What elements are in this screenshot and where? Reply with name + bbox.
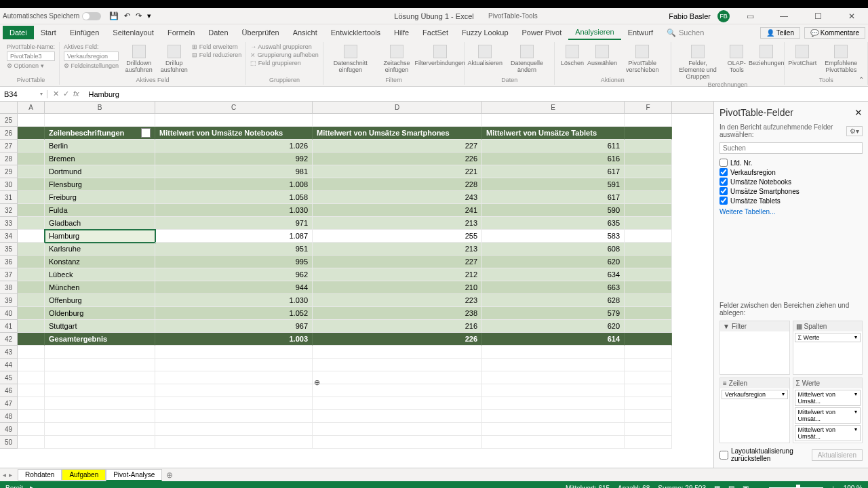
cell[interactable]	[313, 436, 482, 449]
cell[interactable]	[625, 243, 672, 256]
pivot-row-label[interactable]: Fulda	[45, 204, 155, 217]
row-header[interactable]: 45	[0, 371, 18, 384]
field-checkbox[interactable]	[719, 197, 728, 205]
pivot-value[interactable]: 591	[482, 178, 625, 191]
zone-item[interactable]: Σ Werte▾	[795, 333, 861, 342]
cell[interactable]	[45, 436, 155, 449]
fields-items-button[interactable]: Felder, Elemente und Gruppen	[675, 43, 721, 81]
pivot-value[interactable]: 213	[313, 217, 482, 230]
row-header[interactable]: 49	[0, 423, 18, 436]
field-checkbox[interactable]	[719, 187, 728, 195]
cell[interactable]	[18, 436, 45, 449]
tab-file[interactable]: Datei	[3, 26, 34, 39]
row-header[interactable]: 44	[0, 359, 18, 371]
pivot-row-label[interactable]: Stuttgart	[45, 320, 155, 333]
name-box[interactable]: B34▾	[0, 90, 47, 98]
cell[interactable]	[45, 371, 155, 384]
cell[interactable]	[18, 410, 45, 423]
pivot-value[interactable]: 227	[313, 140, 482, 152]
col-header-f[interactable]: F	[625, 102, 672, 113]
sheet-tab-pivot-analyse[interactable]: Pivot-Analyse	[106, 469, 162, 481]
pivot-value[interactable]: 255	[313, 230, 482, 243]
zoom-level[interactable]: 100 %	[844, 485, 863, 489]
tab-seitenlayout[interactable]: Seitenlayout	[106, 26, 161, 39]
cell[interactable]	[625, 410, 672, 423]
sheet-tab-aufgaben[interactable]: Aufgaben	[62, 469, 106, 481]
pivot-value[interactable]: 962	[155, 268, 313, 281]
qat-more-icon[interactable]: ▾	[147, 12, 151, 20]
pivot-value[interactable]: 663	[482, 281, 625, 294]
zone-item[interactable]: Mittelwert von Umsät...▾	[795, 390, 861, 406]
row-header[interactable]: 38	[0, 281, 18, 294]
field-item[interactable]: Umsätze Smartphones	[719, 186, 863, 196]
pivot-value[interactable]: 228	[313, 178, 482, 191]
pivot-col-header[interactable]: Mittelwert von Umsätze Notebooks	[155, 127, 313, 140]
row-header[interactable]: 35	[0, 243, 18, 256]
user-avatar[interactable]: FB	[717, 10, 730, 22]
cell[interactable]	[45, 114, 155, 127]
pivot-row-label[interactable]: München	[45, 281, 155, 294]
cell[interactable]	[18, 294, 45, 307]
tab-hilfe[interactable]: Hilfe	[387, 26, 416, 39]
pivot-row-label[interactable]: Dortmund	[45, 165, 155, 178]
pivot-value[interactable]: 620	[482, 256, 625, 268]
pivot-value[interactable]: 944	[155, 281, 313, 294]
cell[interactable]	[18, 178, 45, 191]
cell[interactable]	[155, 114, 313, 127]
columns-zone[interactable]: ▦Spalten Σ Werte▾	[793, 321, 863, 375]
row-header[interactable]: 46	[0, 384, 18, 397]
olap-tools-button[interactable]: OLAP-Tools	[723, 43, 750, 75]
cell[interactable]	[625, 333, 672, 346]
drilldown-button[interactable]: Drilldown ausführen	[121, 43, 156, 75]
filter-connections-button[interactable]: Filterverbindungen	[420, 43, 460, 68]
active-field-input[interactable]: Verkaufsregion	[64, 52, 119, 61]
share-button[interactable]: 👤 Teilen	[760, 27, 800, 39]
minimize-icon[interactable]: —	[770, 12, 797, 21]
relations-button[interactable]: Beziehungen	[753, 43, 780, 68]
view-layout-icon[interactable]: ▤	[728, 485, 734, 489]
col-header-c[interactable]: C	[155, 102, 313, 113]
row-header[interactable]: 25	[0, 114, 18, 127]
pivot-value[interactable]: 608	[482, 243, 625, 256]
cell[interactable]	[482, 371, 625, 384]
drillup-button[interactable]: Drillup ausführen	[159, 43, 189, 75]
field-checkbox[interactable]	[719, 168, 728, 176]
pivot-value[interactable]: 221	[313, 165, 482, 178]
update-button[interactable]: Aktualisieren	[812, 449, 863, 461]
view-normal-icon[interactable]: ▦	[714, 485, 720, 489]
cell[interactable]	[482, 436, 625, 449]
row-header[interactable]: 29	[0, 165, 18, 178]
cell[interactable]	[18, 359, 45, 371]
pivot-value[interactable]: 227	[313, 256, 482, 268]
pivot-value[interactable]: 628	[482, 294, 625, 307]
tab-entwurf[interactable]: Entwurf	[621, 26, 660, 39]
cell[interactable]	[45, 359, 155, 371]
cell[interactable]	[625, 307, 672, 320]
cell[interactable]	[155, 371, 313, 384]
pivot-row-label[interactable]: Karlsruhe	[45, 243, 155, 256]
cell[interactable]	[155, 384, 313, 397]
refresh-button[interactable]: Aktualisieren	[469, 43, 500, 68]
cell[interactable]	[18, 423, 45, 436]
tab-entwicklertools[interactable]: Entwicklertools	[324, 26, 387, 39]
cell[interactable]	[18, 268, 45, 281]
tab-einfuegen[interactable]: Einfügen	[63, 26, 106, 39]
row-header[interactable]: 42	[0, 333, 18, 346]
pivot-value[interactable]: 238	[313, 307, 482, 320]
cell[interactable]	[625, 152, 672, 165]
maximize-icon[interactable]: ☐	[804, 12, 831, 21]
row-header[interactable]: 30	[0, 178, 18, 191]
cell[interactable]	[155, 359, 313, 371]
cell[interactable]	[313, 423, 482, 436]
change-source-button[interactable]: Datenquelle ändern	[504, 43, 550, 75]
group-selection-button[interactable]: → Auswahl gruppieren	[250, 43, 319, 50]
cell[interactable]	[155, 410, 313, 423]
cell[interactable]	[18, 384, 45, 397]
row-header[interactable]: 39	[0, 294, 18, 307]
pivot-value[interactable]: 951	[155, 243, 313, 256]
row-header[interactable]: 32	[0, 204, 18, 217]
search-icon[interactable]: 🔍	[667, 28, 676, 37]
zone-item[interactable]: Mittelwert von Umsät...▾	[795, 407, 861, 424]
row-header[interactable]: 34	[0, 230, 18, 243]
select-all-corner[interactable]	[0, 102, 18, 113]
